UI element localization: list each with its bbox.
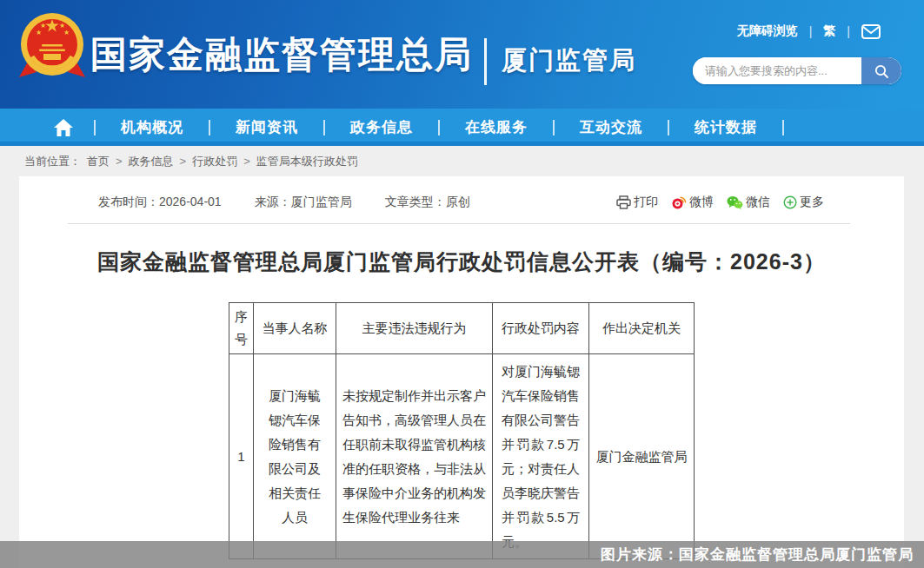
utility-separator: | xyxy=(809,24,813,38)
search-icon xyxy=(874,63,889,79)
penalty-table: 序号 当事人名称 主要违法违规行为 行政处罚内容 作出决定机关 1 厦门海毓锶汽… xyxy=(229,302,695,559)
article-source: 来源：厦门监管局 xyxy=(255,195,352,210)
weibo-icon xyxy=(671,195,687,209)
nav-item-news[interactable]: 新闻资讯 xyxy=(210,117,323,137)
site-name: 国家金融监督管理总局 xyxy=(90,30,473,79)
cell-authority: 厦门金融监管局 xyxy=(589,354,695,559)
breadcrumb-bureau-penalties[interactable]: 监管局本级行政处罚 xyxy=(256,154,358,169)
breadcrumb-home[interactable]: 首页 xyxy=(87,154,110,169)
header-penalty: 行政处罚内容 xyxy=(493,303,589,354)
utility-bar: 无障碍浏览 | 繁 | xyxy=(737,23,881,39)
plus-circle-icon xyxy=(783,195,797,209)
wechat-icon xyxy=(727,195,743,209)
print-button[interactable]: 打印 xyxy=(616,195,658,210)
cell-party: 厦门海毓锶汽车保险销售有限公司及相关责任人员 xyxy=(254,354,336,559)
printer-icon xyxy=(616,195,631,209)
publish-date: 发布时间：2026-04-01 xyxy=(98,195,222,210)
page: ★ ★ ★ ★ 国家金融监督管理总局 厦门监管局 无障碍浏览 | 繁 | xyxy=(0,0,924,568)
share-bar: 打印 微博 xyxy=(616,195,824,210)
national-emblem-icon: ★ ★ ★ ★ xyxy=(19,11,85,86)
breadcrumb-government-info[interactable]: 政务信息 xyxy=(129,154,174,169)
header-no: 序号 xyxy=(229,303,254,354)
svg-text:★: ★ xyxy=(36,29,42,36)
search-box xyxy=(693,57,901,84)
utility-separator: | xyxy=(847,24,850,38)
header-violation: 主要违法违规行为 xyxy=(336,303,493,354)
search-button[interactable] xyxy=(861,57,901,84)
main-nav: 机构概况 新闻资讯 政务信息 在线服务 互动交流 统计数据 xyxy=(0,109,924,146)
breadcrumb-separator: > xyxy=(116,155,123,168)
cell-violation: 未按规定制作并出示客户告知书，高级管理人员在任职前未取得监管机构核准的任职资格，… xyxy=(336,354,493,559)
header-party: 当事人名称 xyxy=(254,303,336,354)
weibo-share-button[interactable]: 微博 xyxy=(671,195,714,210)
article-meta-row: 发布时间：2026-04-01 来源：厦门监管局 文章类型：原创 打印 xyxy=(19,176,904,210)
page-title: 国家金融监督管理总局厦门监管局行政处罚信息公开表（编号：2026-3） xyxy=(19,248,904,276)
image-source-watermark: 图片来源：国家金融监督管理总局厦门监管局 xyxy=(0,541,924,568)
nav-item-online-services[interactable]: 在线服务 xyxy=(440,117,553,137)
article-meta: 发布时间：2026-04-01 来源：厦门监管局 文章类型：原创 xyxy=(98,195,470,210)
svg-text:★: ★ xyxy=(63,29,70,36)
table-row: 1 厦门海毓锶汽车保险销售有限公司及相关责任人员 未按规定制作并出示客户告知书，… xyxy=(229,354,695,559)
nav-item-statistics[interactable]: 统计数据 xyxy=(669,117,782,137)
wechat-share-button[interactable]: 微信 xyxy=(727,195,770,210)
accessibility-link[interactable]: 无障碍浏览 xyxy=(737,23,798,39)
breadcrumb: 当前位置： 首页 > 政务信息 > 行政处罚 > 监管局本级行政处罚 xyxy=(0,146,924,176)
meta-divider xyxy=(68,223,850,224)
article-card: 发布时间：2026-04-01 来源：厦门监管局 文章类型：原创 打印 xyxy=(19,176,904,568)
more-share-button[interactable]: 更多 xyxy=(783,195,824,210)
home-icon xyxy=(54,119,73,136)
breadcrumb-penalties[interactable]: 行政处罚 xyxy=(192,154,237,169)
nav-home[interactable] xyxy=(33,119,94,136)
nav-item-government-info[interactable]: 政务信息 xyxy=(325,117,438,137)
branch-name: 厦门监管局 xyxy=(502,43,636,78)
breadcrumb-separator: > xyxy=(243,155,250,168)
breadcrumb-separator: > xyxy=(180,155,187,168)
cell-no: 1 xyxy=(229,354,254,559)
table-header-row: 序号 当事人名称 主要违法违规行为 行政处罚内容 作出决定机关 xyxy=(229,303,695,354)
site-header: ★ ★ ★ ★ 国家金融监督管理总局 厦门监管局 无障碍浏览 | 繁 | xyxy=(0,0,924,109)
nav-item-interaction[interactable]: 互动交流 xyxy=(555,117,668,137)
article-type: 文章类型：原创 xyxy=(385,195,470,210)
search-input[interactable] xyxy=(693,57,861,84)
header-divider xyxy=(484,38,487,85)
nav-divider xyxy=(782,120,784,135)
cell-penalty: 对厦门海毓锶汽车保险销售有限公司警告并罚款7.5万元；对责任人员李晓庆警告并罚款… xyxy=(493,354,589,559)
breadcrumb-label: 当前位置： xyxy=(24,154,81,169)
header-authority: 作出决定机关 xyxy=(589,303,695,354)
mail-icon[interactable] xyxy=(861,24,881,39)
nav-item-organization[interactable]: 机构概况 xyxy=(96,117,209,137)
traditional-chinese-link[interactable]: 繁 xyxy=(823,23,835,39)
